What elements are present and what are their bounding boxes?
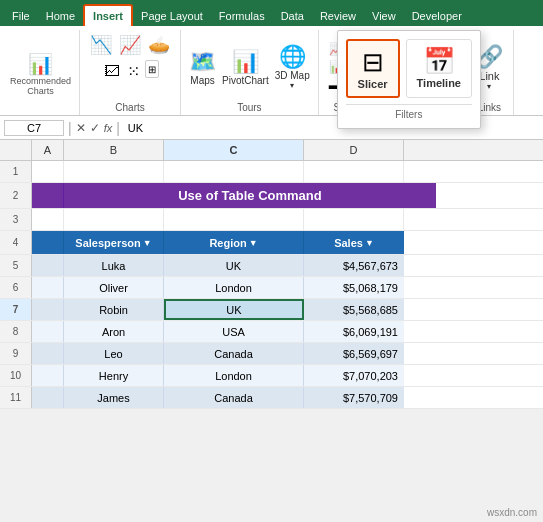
link-dropdown-arrow: ▾ <box>487 82 491 91</box>
slicer-btn[interactable]: ⊟ Slicer <box>346 39 400 98</box>
table-row: 5 Luka UK $4,567,673 <box>0 255 543 277</box>
tab-review[interactable]: Review <box>312 6 364 26</box>
cell-10d[interactable]: $7,070,203 <box>304 365 404 386</box>
cell-2a[interactable] <box>32 183 64 208</box>
region-filter-icon[interactable]: ▼ <box>249 238 258 248</box>
cell-11b[interactable]: James <box>64 387 164 408</box>
tab-data[interactable]: Data <box>273 6 312 26</box>
salesperson-label: Salesperson <box>75 237 140 249</box>
cell-11d[interactable]: $7,570,709 <box>304 387 404 408</box>
cell-3a[interactable] <box>32 209 64 230</box>
cell-1b[interactable] <box>64 161 164 182</box>
row-num: 9 <box>0 343 32 364</box>
confirm-formula-icon[interactable]: ✓ <box>90 121 100 135</box>
tab-page-layout[interactable]: Page Layout <box>133 6 211 26</box>
cell-8b[interactable]: Aron <box>64 321 164 342</box>
cell-5c[interactable]: UK <box>164 255 304 276</box>
tours-icons: 🗺️ Maps 📊 PivotChart 🌐 3D Map ▾ <box>189 32 310 102</box>
tab-insert[interactable]: Insert <box>83 4 133 26</box>
pie-chart-btn[interactable]: 🥧 <box>146 32 172 58</box>
cell-3c[interactable] <box>164 209 304 230</box>
cell-9b[interactable]: Leo <box>64 343 164 364</box>
cell-1a[interactable] <box>32 161 64 182</box>
expand-charts-btn[interactable]: ⊞ <box>145 60 159 78</box>
cell-8d[interactable]: $6,069,191 <box>304 321 404 342</box>
formula-bar-divider2: | <box>116 120 120 136</box>
header-salesperson[interactable]: Salesperson ▼ <box>64 231 164 254</box>
maps-label: Maps <box>190 75 214 86</box>
cell-7d[interactable]: $5,568,685 <box>304 299 404 320</box>
cell-5b[interactable]: Luka <box>64 255 164 276</box>
cell-6d[interactable]: $5,068,179 <box>304 277 404 298</box>
cell-10b[interactable]: Henry <box>64 365 164 386</box>
tab-file[interactable]: File <box>4 6 38 26</box>
filters-dropdown-popup: ⊟ Slicer 📅 Timeline Filters <box>337 30 481 129</box>
scatter-chart-icon: ⁙ <box>127 63 140 80</box>
cell-3d[interactable] <box>304 209 404 230</box>
recommended-charts-btn[interactable]: 📊 RecommendedCharts <box>8 50 73 98</box>
cell-1c[interactable] <box>164 161 304 182</box>
pivotchart-btn[interactable]: 📊 PivotChart <box>222 49 269 86</box>
map3d-label: 3D Map <box>275 70 310 81</box>
maps-btn[interactable]: 🗺️ Maps <box>189 49 216 86</box>
cell-7c[interactable]: UK <box>164 299 304 320</box>
recommended-label: RecommendedCharts <box>10 76 71 96</box>
tab-formulas[interactable]: Formulas <box>211 6 273 26</box>
col-header-d: D <box>304 140 404 160</box>
cell-reference-box[interactable] <box>4 120 64 136</box>
cell-6b[interactable]: Oliver <box>64 277 164 298</box>
cell-8c[interactable]: USA <box>164 321 304 342</box>
sales-filter-icon[interactable]: ▼ <box>365 238 374 248</box>
charts-icons-row: 📉 📈 🥧 <box>88 32 172 58</box>
formula-bar-divider: | <box>68 120 72 136</box>
header-region[interactable]: Region ▼ <box>164 231 304 254</box>
pie-chart-icon: 🥧 <box>148 35 170 55</box>
table-row: 9 Leo Canada $6,569,697 <box>0 343 543 365</box>
cell-5d[interactable]: $4,567,673 <box>304 255 404 276</box>
cell-10a[interactable] <box>32 365 64 386</box>
area-chart-btn[interactable]: 🗠 <box>102 60 122 82</box>
area-chart-icon: 🗠 <box>104 62 120 79</box>
popup-items-row: ⊟ Slicer 📅 Timeline <box>346 39 472 98</box>
cell-5a[interactable] <box>32 255 64 276</box>
salesperson-filter-icon[interactable]: ▼ <box>143 238 152 248</box>
cell-9d[interactable]: $6,569,697 <box>304 343 404 364</box>
cell-9a[interactable] <box>32 343 64 364</box>
map3d-btn[interactable]: 🌐 3D Map ▾ <box>275 44 310 90</box>
header-sales[interactable]: Sales ▼ <box>304 231 404 254</box>
table-row: 6 Oliver London $5,068,179 <box>0 277 543 299</box>
pivotchart-label: PivotChart <box>222 75 269 86</box>
charts-group-label: Charts <box>115 102 144 115</box>
tab-home[interactable]: Home <box>38 6 83 26</box>
cell-8a[interactable] <box>32 321 64 342</box>
row-num: 7 <box>0 299 32 320</box>
cell-6a[interactable] <box>32 277 64 298</box>
timeline-btn[interactable]: 📅 Timeline <box>406 39 472 98</box>
tab-view[interactable]: View <box>364 6 404 26</box>
cell-4a[interactable] <box>32 231 64 254</box>
row-num: 4 <box>0 231 32 254</box>
cell-3b[interactable] <box>64 209 164 230</box>
table-row: 8 Aron USA $6,069,191 <box>0 321 543 343</box>
tours-group-label: Tours <box>237 102 261 115</box>
col-header-c: C <box>164 140 304 160</box>
table-row: 1 <box>0 161 543 183</box>
cell-6c[interactable]: London <box>164 277 304 298</box>
cell-9c[interactable]: Canada <box>164 343 304 364</box>
ribbon: 📊 RecommendedCharts 📉 📈 🥧 🗠 ⁙ <box>0 26 543 116</box>
scatter-chart-btn[interactable]: ⁙ <box>125 60 142 83</box>
cancel-formula-icon[interactable]: ✕ <box>76 121 86 135</box>
cell-7b[interactable]: Robin <box>64 299 164 320</box>
cell-1d[interactable] <box>304 161 404 182</box>
title-cell[interactable]: Use of Table Command <box>64 183 436 208</box>
row-num: 11 <box>0 387 32 408</box>
table-row: 10 Henry London $7,070,203 <box>0 365 543 387</box>
line-chart-btn[interactable]: 📈 <box>117 32 143 58</box>
cell-7a[interactable] <box>32 299 64 320</box>
cell-10c[interactable]: London <box>164 365 304 386</box>
bar-chart-btn[interactable]: 📉 <box>88 32 114 58</box>
cell-11c[interactable]: Canada <box>164 387 304 408</box>
tab-developer[interactable]: Developer <box>404 6 470 26</box>
cell-11a[interactable] <box>32 387 64 408</box>
watermark: wsxdn.com <box>487 507 537 518</box>
